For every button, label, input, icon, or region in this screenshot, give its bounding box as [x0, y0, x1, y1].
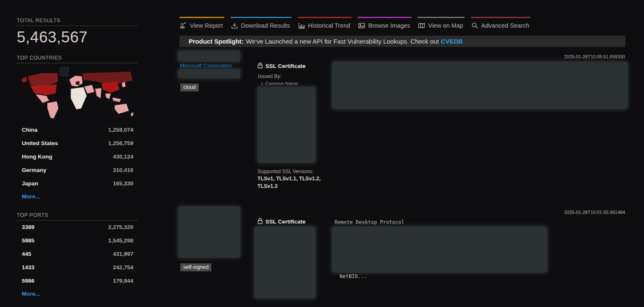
tab-advanced-search[interactable]: Advanced Search: [471, 17, 530, 32]
port-name: 1433: [22, 264, 34, 271]
country-value: 1,256,759: [108, 140, 133, 146]
trend-icon: [298, 22, 305, 29]
port-value: 179,944: [113, 278, 133, 284]
port-row[interactable]: 3389 2,275,320: [17, 221, 138, 235]
tab-view-report[interactable]: View Report: [179, 17, 224, 32]
redacted-banner-block: [332, 62, 628, 109]
ssl-versions-line2: TLSv1.3: [257, 183, 278, 189]
tag-self-signed[interactable]: self-signed: [180, 263, 211, 271]
country-row[interactable]: Japan 165,330: [17, 178, 138, 191]
tab-label: Advanced Search: [481, 22, 529, 29]
tab-label: View on Map: [428, 22, 463, 29]
service-title: Remote Desktop Protocol: [335, 219, 404, 225]
country-name: Germany: [22, 167, 47, 173]
issued-by-label: Issued By:: [258, 73, 281, 79]
port-name: 445: [22, 251, 31, 257]
redacted-ssl-block: [257, 87, 315, 163]
tab-label: Historical Trend: [308, 22, 351, 29]
top-countries-header: TOP COUNTRIES: [17, 55, 138, 63]
redacted-ip-block[interactable]: [178, 51, 240, 62]
port-row[interactable]: 445 431,997: [17, 248, 138, 262]
tab-label: View Report: [190, 22, 223, 29]
top-ports-header: TOP PORTS: [17, 212, 138, 221]
country-name: Japan: [22, 180, 38, 187]
world-map-svg: [18, 65, 137, 123]
more-ports-link[interactable]: More...: [22, 291, 40, 297]
result-timestamp: 2025-01-28T10:01:50.961484: [564, 210, 625, 215]
ssl-versions-label: Supported SSL Versions:: [257, 169, 314, 174]
top-ports-list: 3389 2,275,320 5985 1,545,298 445 431,99…: [17, 221, 138, 297]
tab-historical-trend[interactable]: Historical Trend: [298, 17, 352, 32]
port-value: 2,275,320: [108, 224, 133, 230]
ssl-certificate-heading: SSL Certificate: [257, 218, 306, 225]
country-row[interactable]: China 1,259,074: [17, 124, 138, 138]
top-countries-list: China 1,259,074 United States 1,256,759 …: [17, 124, 138, 200]
port-row[interactable]: 5985 1,545,298: [17, 235, 138, 248]
tab-browse-images[interactable]: Browse Images: [358, 17, 411, 32]
ssl-title-text: SSL Certificate: [265, 63, 306, 69]
results-toolbar: View Report Download Results Historical …: [179, 17, 530, 32]
banner-text: We've Launched a new API for Fast Vulner…: [246, 38, 439, 45]
country-value: 1,259,074: [108, 127, 133, 133]
country-name: China: [22, 127, 38, 133]
port-name: 3389: [22, 224, 34, 230]
tab-label: Browse Images: [368, 22, 410, 29]
country-value: 310,416: [113, 167, 133, 173]
banner-bold-text: Product Spotlight:: [189, 38, 244, 45]
ssl-title-text: SSL Certificate: [265, 219, 306, 225]
ssl-versions-line1: TLSv1, TLSv1.1, TLSv1.2,: [257, 176, 321, 182]
tag-cloud[interactable]: cloud: [180, 83, 199, 91]
port-row[interactable]: 1433 242,754: [17, 262, 138, 275]
product-spotlight-banner: Product Spotlight: We've Launched a new …: [179, 36, 626, 47]
ssl-certificate-heading: SSL Certificate: [257, 62, 306, 70]
port-value: 1,545,298: [108, 237, 133, 244]
total-results-header: TOTAL RESULTS: [17, 18, 138, 26]
world-map-heatmap: [18, 65, 137, 123]
country-value: 165,330: [113, 180, 133, 187]
redacted-host-block[interactable]: [178, 206, 240, 258]
port-value: 242,754: [113, 264, 133, 271]
tab-view-on-map[interactable]: View on Map: [418, 17, 465, 32]
lock-icon: [257, 218, 263, 225]
tab-download-results[interactable]: Download Results: [231, 17, 291, 32]
country-name: Hong Kong: [22, 154, 52, 160]
service-footer: NetBIO...: [340, 273, 367, 279]
country-row[interactable]: United States 1,256,759: [17, 138, 138, 151]
more-countries-link[interactable]: More...: [22, 193, 40, 200]
report-icon: [180, 22, 187, 29]
common-name-label: |- Common Name:: [261, 81, 299, 86]
total-results-value: 5,463,567: [17, 29, 88, 46]
lock-icon: [257, 62, 263, 70]
cvedb-link[interactable]: CVEDB: [441, 38, 463, 45]
search-icon: [471, 22, 478, 29]
org-link[interactable]: Microsoft Corporation: [180, 62, 232, 69]
country-row[interactable]: Hong Kong 430,124: [17, 151, 138, 164]
port-name: 5985: [22, 237, 34, 244]
redacted-location-block: [178, 69, 240, 78]
port-row[interactable]: 5986 179,944: [17, 275, 138, 289]
country-value: 430,124: [113, 154, 133, 160]
tab-label: Download Results: [241, 22, 290, 29]
download-icon: [231, 22, 238, 29]
port-name: 5986: [22, 278, 34, 284]
country-row[interactable]: Germany 310,416: [17, 164, 138, 178]
port-value: 431,997: [113, 251, 133, 257]
map-icon: [418, 22, 425, 29]
images-icon: [358, 22, 365, 29]
country-name: United States: [22, 140, 58, 146]
redacted-service-block: [332, 226, 547, 273]
redacted-ssl-block: [254, 226, 315, 298]
result-timestamp: 2025-01-28T10:05:51.659330: [564, 54, 625, 59]
